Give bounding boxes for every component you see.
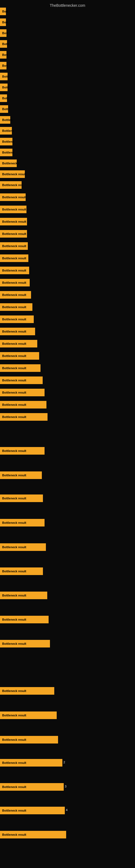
bar-label: Bottleneck result bbox=[1, 378, 27, 382]
bar-row: Bottleneck result bbox=[0, 591, 135, 600]
bar: Bottleneck result bbox=[0, 170, 25, 178]
bar: Bottleneck result bbox=[0, 495, 43, 502]
bar: Bottleneck result bbox=[0, 640, 50, 648]
bar: Bottleneck result bbox=[0, 218, 27, 225]
bar-row: Bott bbox=[0, 50, 135, 60]
bar-label: Bottleneck result bbox=[1, 415, 27, 419]
bar-label: Bottleneck result bbox=[1, 280, 27, 285]
bar: Bottleneck res bbox=[0, 181, 21, 189]
bar: Bott bbox=[0, 19, 6, 26]
bar: Bottl bbox=[0, 40, 7, 48]
bar: Bott bbox=[0, 29, 6, 37]
bar: Bott bbox=[0, 94, 7, 102]
bar-row: Bottleneck result bbox=[0, 400, 135, 410]
bar-label: Bottleneck result bbox=[1, 448, 27, 453]
bar-row: Bottleneck result bbox=[0, 229, 135, 239]
bar-row: Bottleneck result bbox=[0, 376, 135, 385]
bar: Bottleneck result bbox=[0, 831, 66, 838]
bar-label: Bottleneck result bbox=[1, 329, 27, 334]
bar-row: Bottlene bbox=[0, 148, 135, 157]
bar: Bottleneck result bbox=[0, 291, 31, 299]
bar-row: Bottleneck result bbox=[0, 193, 135, 202]
bar-label: Bottleneck result bbox=[1, 569, 27, 574]
bar-value: 3 bbox=[65, 785, 66, 788]
bar-row: Bottl bbox=[0, 83, 135, 92]
bar-label: Bottl bbox=[1, 74, 10, 79]
bar-row: Bottleneck res bbox=[0, 180, 135, 190]
bar-label: Bottleneck result bbox=[1, 473, 27, 477]
bar-label: Bottleneck result bbox=[1, 496, 27, 500]
bar-row: Bottlene bbox=[0, 126, 135, 135]
bar-label: Bottleneck result bbox=[1, 390, 27, 395]
bar: Bottleneck result bbox=[0, 303, 32, 311]
bar-label: Bottleneck result bbox=[1, 268, 27, 273]
bar-row: Bottleneck result bbox=[0, 711, 135, 720]
bar-row: Bottleneck result bbox=[0, 254, 135, 263]
bar-row: Bottleneck result bbox=[0, 315, 135, 324]
bar-row: Bottleneck result bbox=[0, 542, 135, 552]
bar-row: Bottleneck result bbox=[0, 735, 135, 745]
bar-label: Bottleneck result bbox=[1, 642, 27, 646]
bar-row: Bottleneck result bbox=[0, 446, 135, 456]
bar-label: Bottleneck result bbox=[1, 833, 27, 837]
bar: Bottleneck result bbox=[0, 254, 28, 262]
bar-row: Bottlen bbox=[0, 115, 135, 125]
bar-row: Bottleneck r bbox=[0, 159, 135, 168]
bar: Bottleneck result bbox=[0, 687, 54, 695]
bar-label: Bottleneck result bbox=[1, 785, 27, 789]
bar-row: Bottleneck result bbox=[0, 364, 135, 373]
bar: Bottleneck result bbox=[0, 193, 26, 201]
bar-row: Bottleneck result bbox=[0, 639, 135, 649]
bar-row: Bottleneck result bbox=[0, 339, 135, 348]
bar-label: Bottleneck result bbox=[1, 195, 27, 199]
bar-label: Bottleneck result bbox=[1, 317, 27, 321]
bar: Bottleneck result bbox=[0, 807, 65, 814]
bar: Bottl bbox=[0, 73, 8, 80]
bar-label: Bott bbox=[1, 53, 9, 57]
bar: Bottleneck result bbox=[0, 592, 47, 599]
bar-row: Bottl bbox=[0, 39, 135, 49]
bar-row: Bottleneck result bbox=[0, 351, 135, 361]
bar: Bottleneck result bbox=[0, 230, 27, 238]
bar-label: Bottleneck result bbox=[1, 305, 27, 309]
bar-row: Bottleneck result bbox=[0, 567, 135, 576]
bar-row: Bottleneck result4 bbox=[0, 806, 135, 815]
bar: Bottleneck r bbox=[0, 159, 17, 167]
bar: Bottleneck result bbox=[0, 616, 49, 623]
bar-row: Bottl bbox=[0, 104, 135, 114]
bar: Bottleneck result bbox=[0, 315, 34, 323]
bar-row: Bottleneck result bbox=[0, 615, 135, 624]
bar: Bottleneck result bbox=[0, 267, 29, 274]
bar-label: Bottleneck result bbox=[1, 713, 27, 717]
bar-row: Bottleneck result bbox=[0, 266, 135, 275]
bar: Bottleneck result bbox=[0, 242, 28, 250]
bar-label: Bottl bbox=[1, 107, 10, 111]
bar-row: Bottleneck result bbox=[0, 327, 135, 336]
bar-label: Bottleneck result bbox=[1, 293, 27, 297]
bar: Bottleneck result bbox=[0, 352, 39, 360]
bar: Bottleneck result bbox=[0, 736, 58, 744]
bar-row: Bottleneck result bbox=[0, 217, 135, 226]
bar-label: Bottleneck result bbox=[1, 219, 27, 224]
bar-row: Bottleneck result2 bbox=[0, 758, 135, 768]
bar-label: Bottleneck result bbox=[1, 366, 27, 370]
bar-label: Bott bbox=[1, 20, 9, 24]
bar: Bottleneck result bbox=[0, 376, 43, 384]
bar-label: Bottleneck result bbox=[1, 521, 27, 525]
bar-row: Bottleneck result bbox=[0, 471, 135, 480]
bar-row: Bott bbox=[0, 7, 135, 16]
bar-row: Bottl bbox=[0, 72, 135, 82]
bar-label: Bottl bbox=[1, 85, 10, 90]
bar-row: Bottleneck result bbox=[0, 830, 135, 839]
bar-label: Bottleneck result bbox=[1, 207, 27, 212]
bar-row: Bottleneck result bbox=[0, 169, 135, 179]
bar-label: Bott bbox=[1, 9, 9, 13]
bar-label: Bottleneck result bbox=[1, 545, 27, 549]
bar-label: Bottleneck result bbox=[1, 761, 27, 765]
bar-value: 4 bbox=[66, 808, 68, 812]
bar: Bott bbox=[0, 8, 6, 15]
bar-label: Bottleneck result bbox=[1, 231, 27, 236]
bar: Bottleneck result bbox=[0, 783, 64, 791]
bar: Bottleneck result bbox=[0, 389, 45, 396]
bar: Bottl bbox=[0, 105, 8, 113]
